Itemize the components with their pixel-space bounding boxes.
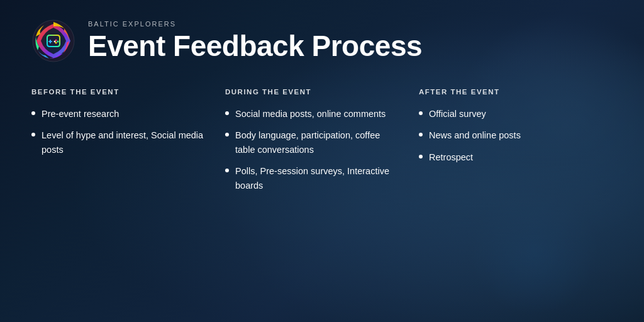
bullet-text: Body language, participation, coffee tab… [235, 128, 400, 157]
bullet-list-before: Pre-event researchLevel of hype and inte… [31, 107, 206, 157]
columns-container: BEFORE THE EVENTPre-event researchLevel … [31, 88, 613, 200]
bullet-dot [419, 133, 423, 136]
svg-rect-2 [48, 41, 52, 42]
brand-name: BALTIC EXPLORERS [88, 20, 422, 28]
bullet-dot [225, 133, 229, 136]
bullet-dot [31, 111, 35, 115]
header-text: BALTIC EXPLORERS Event Feedback Process [88, 20, 422, 62]
bullet-text: Polls, Pre-session surveys, Interactive … [235, 164, 400, 192]
main-content: BALTIC EXPLORERS Event Feedback Process … [0, 0, 644, 322]
column-title-after: AFTER THE EVENT [419, 88, 594, 96]
column-before: BEFORE THE EVENTPre-event researchLevel … [31, 88, 225, 200]
bullet-dot [419, 111, 423, 115]
list-item: Social media posts, online comments [225, 107, 400, 121]
list-item: Level of hype and interest, Social media… [31, 128, 206, 157]
list-item: Body language, participation, coffee tab… [225, 128, 400, 157]
brand-logo [31, 19, 75, 63]
bullet-dot [225, 169, 229, 172]
column-during: DURING THE EVENTSocial media posts, onli… [225, 88, 419, 200]
list-item: Official survey [419, 107, 594, 121]
column-title-during: DURING THE EVENT [225, 88, 400, 96]
header: BALTIC EXPLORERS Event Feedback Process [31, 19, 613, 63]
bullet-text: Pre-event research [42, 107, 206, 121]
bullet-dot [419, 155, 423, 158]
bullet-text: Social media posts, online comments [235, 107, 400, 121]
bullet-dot [225, 111, 229, 115]
page-title: Event Feedback Process [88, 30, 422, 62]
column-title-before: BEFORE THE EVENT [31, 88, 206, 96]
list-item: Polls, Pre-session surveys, Interactive … [225, 164, 400, 192]
bullet-text: News and online posts [429, 128, 594, 142]
bullet-list-during: Social media posts, online commentsBody … [225, 107, 400, 192]
svg-point-4 [57, 41, 59, 43]
bullet-text: Retrospect [429, 150, 594, 164]
list-item: Retrospect [419, 150, 594, 164]
list-item: News and online posts [419, 128, 594, 142]
bullet-text: Level of hype and interest, Social media… [42, 128, 206, 157]
list-item: Pre-event research [31, 107, 206, 121]
column-after: AFTER THE EVENTOfficial surveyNews and o… [419, 88, 613, 200]
bullet-text: Official survey [429, 107, 594, 121]
bullet-list-after: Official surveyNews and online postsRetr… [419, 107, 594, 164]
bullet-dot [31, 133, 35, 136]
